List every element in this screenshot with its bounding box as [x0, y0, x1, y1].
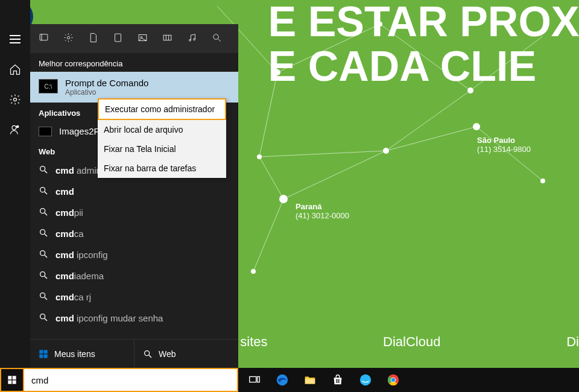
start-left-rail	[0, 0, 30, 368]
wallpaper-text-2: E CADA CLIE	[268, 45, 579, 89]
web-suggestion[interactable]: cmdpii	[30, 202, 238, 223]
apps-filter-icon[interactable]	[39, 33, 49, 45]
app-blue-icon[interactable]	[352, 368, 379, 392]
svg-line-53	[45, 318, 47, 321]
svg-line-11	[259, 151, 386, 157]
svg-line-39	[45, 171, 47, 173]
search-icon	[39, 207, 48, 218]
svg-point-17	[383, 148, 389, 154]
best-match-title: Prompt de Comando	[65, 78, 148, 88]
svg-point-24	[17, 125, 19, 127]
svg-line-41	[45, 192, 47, 194]
video-filter-icon[interactable]	[162, 33, 172, 45]
pin-to-taskbar[interactable]: Fixar na barra de tarefas	[98, 159, 226, 178]
hamburger-icon[interactable]	[9, 33, 21, 45]
document-filter-icon[interactable]	[88, 33, 98, 45]
web-suggestion[interactable]: cmd ipconfig mudar senha	[30, 308, 238, 329]
svg-rect-60	[8, 376, 11, 379]
svg-line-5	[259, 157, 283, 199]
run-as-admin[interactable]: Executar como administrador	[98, 98, 226, 120]
edge-icon[interactable]	[268, 368, 296, 392]
svg-line-7	[386, 127, 476, 151]
settings-filter-icon[interactable]	[63, 33, 74, 45]
suggestion-text: cmdpii	[55, 207, 83, 218]
wallpaper-text-1: E ESTAR PROXI	[268, 0, 579, 45]
folder-filter-icon[interactable]	[113, 33, 123, 45]
suggestion-text: cmd	[55, 186, 74, 197]
web-suggestion[interactable]: cmd	[30, 181, 238, 202]
svg-rect-68	[336, 379, 337, 381]
task-view-icon[interactable]	[241, 368, 268, 392]
open-file-location[interactable]: Abrir local de arquivo	[98, 120, 226, 139]
svg-rect-54	[39, 350, 43, 353]
taskbar-search[interactable]	[24, 368, 238, 392]
search-icon	[39, 270, 48, 282]
svg-point-77	[391, 378, 395, 382]
phone-parana: (41) 3012-0000	[296, 211, 349, 220]
taskbar	[0, 368, 579, 392]
svg-point-50	[40, 293, 45, 298]
web-suggestion[interactable]: cmdiadema	[30, 265, 238, 286]
svg-point-40	[40, 188, 45, 192]
svg-point-18	[473, 123, 480, 130]
app-icon-small	[39, 127, 52, 136]
svg-point-38	[40, 166, 45, 171]
svg-rect-61	[13, 376, 16, 379]
web-suggestion[interactable]: cmdca	[30, 223, 238, 244]
web-tab[interactable]: Web	[134, 340, 238, 368]
svg-point-22	[14, 98, 17, 101]
my-items-tab[interactable]: Meus itens	[30, 340, 134, 368]
svg-line-9	[253, 199, 283, 271]
suggestion-text: cmdca rj	[55, 292, 91, 302]
svg-point-20	[251, 269, 256, 274]
svg-line-45	[45, 234, 47, 236]
svg-line-47	[45, 255, 47, 258]
best-match-subtitle: Aplicativo	[65, 88, 148, 96]
svg-rect-71	[338, 381, 339, 382]
suggestion-text: cmd ipconfig	[55, 250, 108, 260]
suggestion-text: cmd ipconfig mudar senha	[55, 313, 163, 323]
search-filter-bar	[30, 24, 238, 53]
svg-point-48	[40, 272, 45, 277]
store-icon[interactable]	[324, 368, 352, 392]
chrome-icon[interactable]	[379, 368, 407, 392]
svg-line-51	[45, 297, 47, 300]
settings-gear-icon[interactable]	[9, 93, 21, 106]
svg-point-58	[145, 350, 150, 355]
svg-rect-70	[336, 381, 337, 382]
svg-line-8	[476, 127, 543, 181]
svg-rect-28	[115, 34, 121, 42]
search-icon	[39, 249, 48, 261]
search-icon	[39, 165, 48, 176]
svg-line-37	[218, 39, 221, 41]
web-suggestion[interactable]: cmd ipconfig	[30, 244, 238, 265]
start-button[interactable]	[0, 368, 24, 392]
svg-line-59	[149, 355, 151, 358]
web-suggestion[interactable]: cmdca rj	[30, 286, 238, 308]
svg-rect-63	[13, 381, 16, 384]
svg-line-10	[386, 90, 470, 151]
music-filter-icon[interactable]	[187, 33, 197, 45]
svg-rect-25	[40, 34, 48, 40]
city-sao-paulo: São Paulo	[477, 136, 531, 145]
svg-rect-69	[338, 379, 339, 381]
svg-point-72	[360, 375, 371, 385]
svg-rect-55	[44, 350, 48, 353]
svg-point-52	[40, 314, 45, 319]
suggestion-text: cmdca	[55, 229, 84, 239]
file-explorer-icon[interactable]	[296, 368, 324, 392]
home-icon[interactable]	[9, 63, 21, 75]
start-search-panel: Melhor correspondência C:\ Prompt de Com…	[30, 24, 238, 368]
photo-filter-icon[interactable]	[138, 33, 148, 45]
svg-rect-64	[250, 377, 256, 382]
svg-rect-65	[258, 377, 260, 382]
user-icon[interactable]	[9, 124, 21, 136]
search-input[interactable]	[31, 375, 230, 385]
svg-rect-67	[305, 379, 315, 384]
search-icon	[39, 228, 48, 239]
my-items-label: Meus itens	[54, 349, 95, 359]
svg-point-19	[540, 179, 545, 183]
pin-to-start[interactable]: Fixar na Tela Inicial	[98, 139, 226, 159]
city-parana: Paraná	[296, 202, 349, 211]
search-filter-icon[interactable]	[212, 33, 222, 45]
